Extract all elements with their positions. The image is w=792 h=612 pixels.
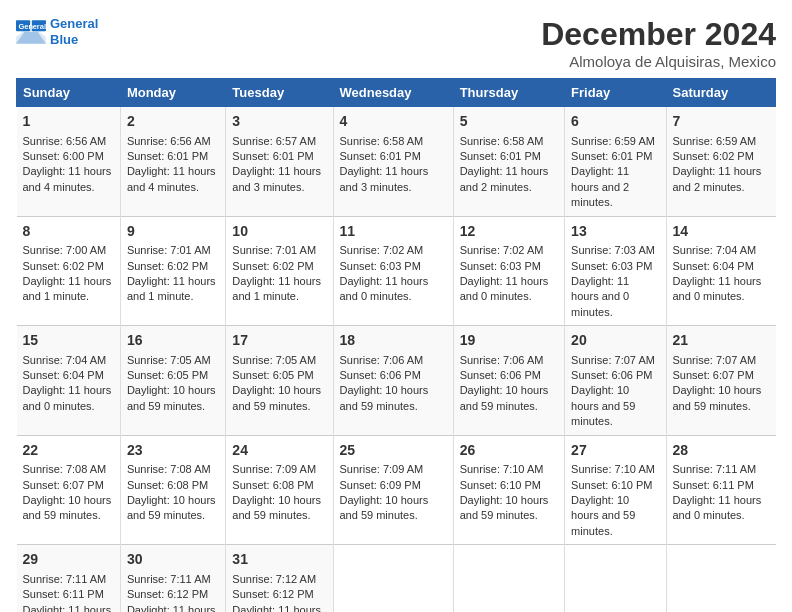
sunset-text: Sunset: 6:01 PM <box>460 150 541 162</box>
calendar-cell: 17 Sunrise: 7:05 AM Sunset: 6:05 PM Dayl… <box>226 326 333 436</box>
day-number: 16 <box>127 331 219 351</box>
sunrise-text: Sunrise: 6:56 AM <box>23 135 107 147</box>
calendar-cell: 24 Sunrise: 7:09 AM Sunset: 6:08 PM Dayl… <box>226 435 333 545</box>
daylight-text: Daylight: 11 hours and 4 minutes. <box>127 165 216 192</box>
logo-line2: Blue <box>50 32 78 47</box>
day-number: 14 <box>673 222 770 242</box>
daylight-text: Daylight: 10 hours and 59 minutes. <box>460 384 549 411</box>
sunrise-text: Sunrise: 7:08 AM <box>23 463 107 475</box>
day-number: 27 <box>571 441 659 461</box>
sunrise-text: Sunrise: 7:06 AM <box>460 354 544 366</box>
daylight-text: Daylight: 10 hours and 59 minutes. <box>340 494 429 521</box>
sunset-text: Sunset: 6:02 PM <box>673 150 754 162</box>
col-thursday: Thursday <box>453 79 564 107</box>
sunrise-text: Sunrise: 7:04 AM <box>673 244 757 256</box>
daylight-text: Daylight: 11 hours and 3 minutes. <box>340 165 429 192</box>
day-number: 17 <box>232 331 326 351</box>
calendar-cell: 21 Sunrise: 7:07 AM Sunset: 6:07 PM Dayl… <box>666 326 776 436</box>
daylight-text: Daylight: 11 hours and 0 minutes. <box>232 604 321 612</box>
calendar-cell <box>333 545 453 612</box>
sunset-text: Sunset: 6:07 PM <box>673 369 754 381</box>
sunrise-text: Sunrise: 6:59 AM <box>673 135 757 147</box>
daylight-text: Daylight: 11 hours and 0 minutes. <box>340 275 429 302</box>
col-friday: Friday <box>565 79 666 107</box>
page-subtitle: Almoloya de Alquisiras, Mexico <box>541 53 776 70</box>
day-number: 3 <box>232 112 326 132</box>
daylight-text: Daylight: 10 hours and 59 minutes. <box>571 384 635 427</box>
daylight-text: Daylight: 11 hours and 0 minutes. <box>23 384 112 411</box>
calendar-cell: 16 Sunrise: 7:05 AM Sunset: 6:05 PM Dayl… <box>120 326 225 436</box>
calendar-cell: 25 Sunrise: 7:09 AM Sunset: 6:09 PM Dayl… <box>333 435 453 545</box>
sunset-text: Sunset: 6:06 PM <box>340 369 421 381</box>
daylight-text: Daylight: 10 hours and 59 minutes. <box>571 494 635 537</box>
sunrise-text: Sunrise: 6:58 AM <box>460 135 544 147</box>
day-number: 9 <box>127 222 219 242</box>
daylight-text: Daylight: 10 hours and 59 minutes. <box>673 384 762 411</box>
daylight-text: Daylight: 10 hours and 59 minutes. <box>127 384 216 411</box>
logo-line1: General <box>50 16 98 31</box>
sunset-text: Sunset: 6:01 PM <box>340 150 421 162</box>
daylight-text: Daylight: 11 hours and 0 minutes. <box>673 275 762 302</box>
calendar-cell: 15 Sunrise: 7:04 AM Sunset: 6:04 PM Dayl… <box>17 326 121 436</box>
day-number: 6 <box>571 112 659 132</box>
calendar-week-row: 8 Sunrise: 7:00 AM Sunset: 6:02 PM Dayli… <box>17 216 776 326</box>
daylight-text: Daylight: 10 hours and 59 minutes. <box>127 494 216 521</box>
sunrise-text: Sunrise: 7:00 AM <box>23 244 107 256</box>
daylight-text: Daylight: 11 hours and 0 minutes. <box>571 275 629 318</box>
daylight-text: Daylight: 11 hours and 0 minutes. <box>673 494 762 521</box>
calendar-cell: 10 Sunrise: 7:01 AM Sunset: 6:02 PM Dayl… <box>226 216 333 326</box>
calendar-cell: 2 Sunrise: 6:56 AM Sunset: 6:01 PM Dayli… <box>120 107 225 217</box>
calendar-cell: 3 Sunrise: 6:57 AM Sunset: 6:01 PM Dayli… <box>226 107 333 217</box>
calendar-cell <box>453 545 564 612</box>
sunset-text: Sunset: 6:05 PM <box>232 369 313 381</box>
col-saturday: Saturday <box>666 79 776 107</box>
sunset-text: Sunset: 6:06 PM <box>460 369 541 381</box>
sunrise-text: Sunrise: 7:11 AM <box>673 463 757 475</box>
sunset-text: Sunset: 6:04 PM <box>673 260 754 272</box>
daylight-text: Daylight: 11 hours and 1 minute. <box>232 275 321 302</box>
calendar-cell <box>565 545 666 612</box>
sunset-text: Sunset: 6:05 PM <box>127 369 208 381</box>
sunset-text: Sunset: 6:11 PM <box>673 479 754 491</box>
calendar-cell: 27 Sunrise: 7:10 AM Sunset: 6:10 PM Dayl… <box>565 435 666 545</box>
sunset-text: Sunset: 6:11 PM <box>23 588 104 600</box>
day-number: 23 <box>127 441 219 461</box>
daylight-text: Daylight: 11 hours and 0 minutes. <box>127 604 216 612</box>
sunrise-text: Sunrise: 7:09 AM <box>232 463 316 475</box>
calendar-week-row: 29 Sunrise: 7:11 AM Sunset: 6:11 PM Dayl… <box>17 545 776 612</box>
header-row: Sunday Monday Tuesday Wednesday Thursday… <box>17 79 776 107</box>
sunrise-text: Sunrise: 7:06 AM <box>340 354 424 366</box>
day-number: 25 <box>340 441 447 461</box>
daylight-text: Daylight: 11 hours and 0 minutes. <box>23 604 112 612</box>
calendar-week-row: 22 Sunrise: 7:08 AM Sunset: 6:07 PM Dayl… <box>17 435 776 545</box>
svg-text:eral: eral <box>33 21 46 30</box>
daylight-text: Daylight: 10 hours and 59 minutes. <box>232 384 321 411</box>
sunrise-text: Sunrise: 7:05 AM <box>232 354 316 366</box>
calendar-cell: 14 Sunrise: 7:04 AM Sunset: 6:04 PM Dayl… <box>666 216 776 326</box>
sunset-text: Sunset: 6:12 PM <box>127 588 208 600</box>
page-title: December 2024 <box>541 16 776 53</box>
day-number: 20 <box>571 331 659 351</box>
calendar-cell: 23 Sunrise: 7:08 AM Sunset: 6:08 PM Dayl… <box>120 435 225 545</box>
day-number: 18 <box>340 331 447 351</box>
sunrise-text: Sunrise: 7:03 AM <box>571 244 655 256</box>
calendar-cell: 30 Sunrise: 7:11 AM Sunset: 6:12 PM Dayl… <box>120 545 225 612</box>
day-number: 4 <box>340 112 447 132</box>
day-number: 11 <box>340 222 447 242</box>
sunrise-text: Sunrise: 7:01 AM <box>232 244 316 256</box>
sunset-text: Sunset: 6:02 PM <box>23 260 104 272</box>
day-number: 1 <box>23 112 114 132</box>
calendar-cell: 18 Sunrise: 7:06 AM Sunset: 6:06 PM Dayl… <box>333 326 453 436</box>
daylight-text: Daylight: 11 hours and 0 minutes. <box>460 275 549 302</box>
sunset-text: Sunset: 6:10 PM <box>571 479 652 491</box>
daylight-text: Daylight: 11 hours and 1 minute. <box>23 275 112 302</box>
sunset-text: Sunset: 6:08 PM <box>232 479 313 491</box>
sunrise-text: Sunrise: 7:09 AM <box>340 463 424 475</box>
sunrise-text: Sunrise: 7:07 AM <box>571 354 655 366</box>
day-number: 7 <box>673 112 770 132</box>
sunrise-text: Sunrise: 6:58 AM <box>340 135 424 147</box>
calendar-cell <box>666 545 776 612</box>
calendar-week-row: 1 Sunrise: 6:56 AM Sunset: 6:00 PM Dayli… <box>17 107 776 217</box>
calendar-cell: 6 Sunrise: 6:59 AM Sunset: 6:01 PM Dayli… <box>565 107 666 217</box>
calendar-week-row: 15 Sunrise: 7:04 AM Sunset: 6:04 PM Dayl… <box>17 326 776 436</box>
